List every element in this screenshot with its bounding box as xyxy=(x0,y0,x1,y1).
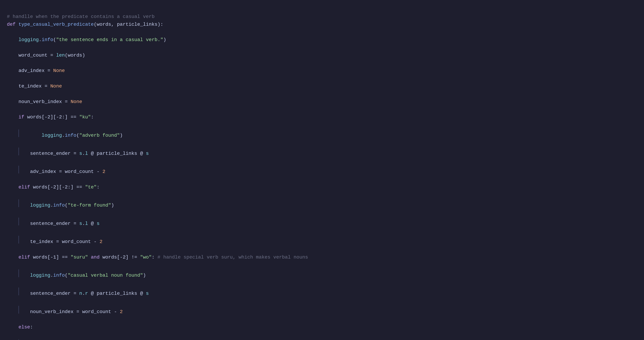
code-line: elif words[-2][-2:] == "te": xyxy=(7,184,637,191)
code-line: word_count = len(words) xyxy=(7,52,637,59)
code-line: if words[-2][-2:] == "ku": xyxy=(7,113,637,121)
indent-guide xyxy=(18,199,19,207)
code-line: logging.info("te-form found") xyxy=(7,199,637,210)
indent-guide xyxy=(18,236,19,244)
keyword-def: def xyxy=(7,21,18,29)
code-line: elif words[-1] == "suru" and words[-2] !… xyxy=(7,254,637,261)
code-line: logging.info("casual verbal noun found") xyxy=(7,269,637,279)
code-line: else: xyxy=(7,323,637,331)
code-line: logging.info("adverb found") xyxy=(7,129,637,139)
indent-guide xyxy=(18,166,19,174)
function-name: type_casual_verb_predicate xyxy=(18,21,94,29)
indent-guide xyxy=(18,269,19,277)
indent-guide xyxy=(18,287,19,295)
indent-guide xyxy=(18,147,19,155)
code-line: def type_casual_verb_predicate(words, pa… xyxy=(7,21,637,29)
indent-guide xyxy=(18,129,19,137)
code-line: te_index = word_count - 2 xyxy=(7,235,637,246)
code-line: sentence_ender = n.r @ particle_links @ … xyxy=(7,287,637,298)
code-line: logging.info("the sentence ends in a cas… xyxy=(7,36,637,44)
code-line: adv_index = word_count - 2 xyxy=(7,165,637,176)
code-line: noun_verb_index = word_count - 2 xyxy=(7,305,637,316)
code-line: sentence_ender = particle_links @ s xyxy=(7,339,637,340)
code-line: sentence_ender = s.l @ s xyxy=(7,217,637,228)
indent-guide xyxy=(18,306,19,314)
code-line: te_index = None xyxy=(7,83,637,90)
code-line: sentence_ender = s.l @ particle_links @ … xyxy=(7,147,637,157)
indent-guide xyxy=(18,218,19,225)
code-block: # handlle when the predicate contains a … xyxy=(7,5,637,340)
code-line: noun_verb_index = None xyxy=(7,98,637,106)
code-line: adv_index = None xyxy=(7,67,637,75)
line-comment: # handlle when the predicate contains a … xyxy=(7,14,154,19)
